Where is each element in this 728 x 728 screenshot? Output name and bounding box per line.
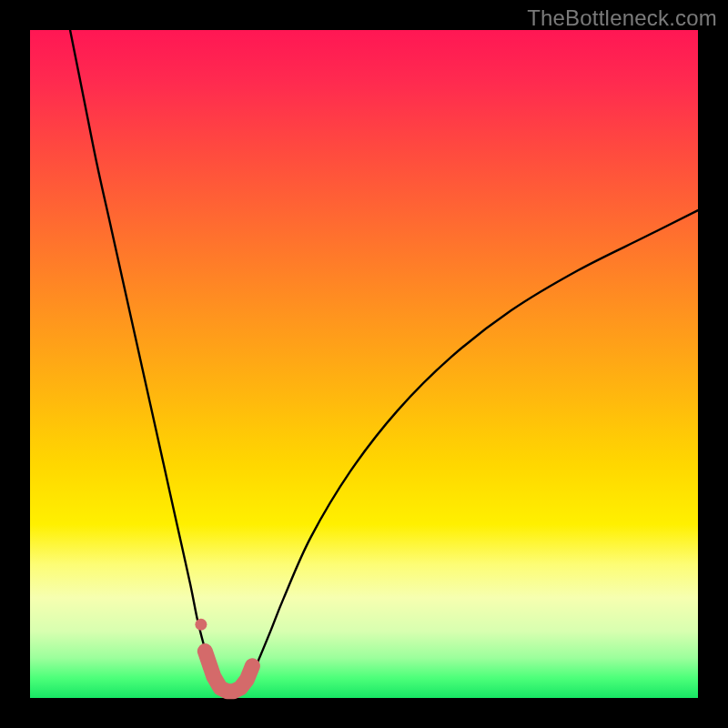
watermark-text: TheBottleneck.com <box>527 5 717 31</box>
plot-area <box>30 30 698 698</box>
bottleneck-curve <box>70 30 698 692</box>
curve-layer <box>30 30 698 698</box>
highlight-path <box>205 652 252 692</box>
highlight-markers <box>195 619 252 692</box>
highlight-dot <box>195 619 207 631</box>
chart-frame: TheBottleneck.com <box>0 0 728 728</box>
